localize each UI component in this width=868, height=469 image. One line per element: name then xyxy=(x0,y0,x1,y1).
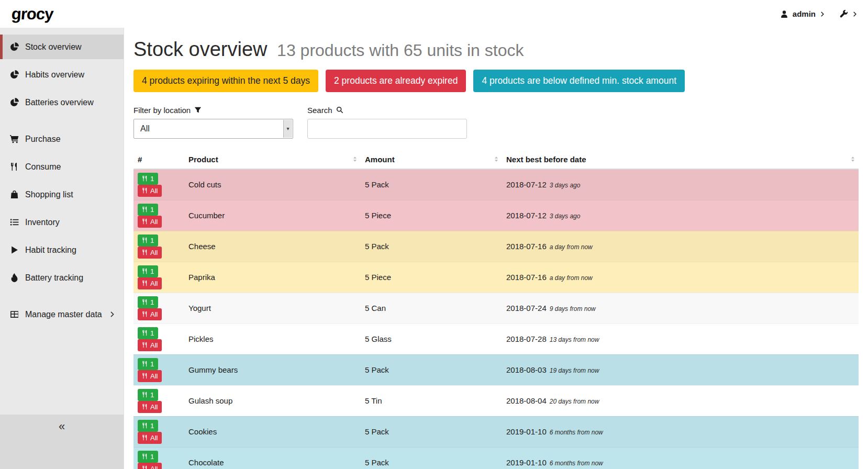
consume-all-button[interactable]: All xyxy=(138,277,162,289)
sidebar-item-consume[interactable]: Consume xyxy=(0,154,124,179)
top-navbar: grocy admin xyxy=(0,0,868,28)
consume-all-button[interactable]: All xyxy=(138,370,162,382)
utensils-icon xyxy=(142,268,148,274)
button-label: 1 xyxy=(150,175,154,182)
button-label: All xyxy=(150,187,158,194)
best-before-cell: 2018-07-123 days ago xyxy=(502,200,859,231)
utensils-icon xyxy=(142,249,148,255)
consume-one-button[interactable]: 1 xyxy=(138,234,158,247)
timespan-value: 6 months from now xyxy=(550,429,603,436)
consume-one-button[interactable]: 1 xyxy=(138,173,158,185)
search-input[interactable] xyxy=(307,119,467,139)
column-header-date[interactable]: Next best before date xyxy=(502,150,859,169)
sidebar-item-manage-master-data[interactable]: Manage master data xyxy=(0,302,124,327)
amount-cell: 5 Pack xyxy=(361,169,502,200)
consume-all-button[interactable]: All xyxy=(138,308,162,320)
consume-one-button[interactable]: 1 xyxy=(138,358,158,370)
sidebar-item-label: Habit tracking xyxy=(25,245,76,255)
user-menu[interactable]: admin xyxy=(780,9,825,18)
settings-menu[interactable] xyxy=(840,10,858,18)
button-label: 1 xyxy=(150,237,154,244)
table-row: 1AllCucumber5 Piece2018-07-123 days ago xyxy=(133,200,859,231)
page-title-text: Stock overview xyxy=(133,38,268,60)
consume-one-button[interactable]: 1 xyxy=(138,327,158,339)
sidebar-item-batteries-overview[interactable]: Batteries overview xyxy=(0,90,124,115)
location-select[interactable]: All ▾ xyxy=(133,119,293,139)
bag-icon xyxy=(10,190,19,199)
sidebar-item-label: Inventory xyxy=(25,218,60,227)
consume-one-button[interactable]: 1 xyxy=(138,389,158,401)
consume-all-button[interactable]: All xyxy=(138,339,162,351)
product-cell: Cookies xyxy=(184,416,361,447)
sidebar-collapse-button[interactable]: « xyxy=(0,415,124,469)
sidebar-item-shopping-list[interactable]: Shopping list xyxy=(0,182,124,207)
sort-icon xyxy=(351,155,359,163)
stock-table-body: 1AllCold cuts5 Pack2018-07-123 days ago1… xyxy=(133,169,859,469)
consume-one-button[interactable]: 1 xyxy=(138,420,158,432)
consume-all-button[interactable]: All xyxy=(138,247,162,259)
page-subtitle: 13 products with 65 units in stock xyxy=(277,41,524,60)
consume-all-button[interactable]: All xyxy=(138,463,162,469)
timespan-value: 13 days from now xyxy=(550,336,599,343)
product-cell: Gummy bears xyxy=(184,354,361,385)
sidebar-item-purchase[interactable]: Purchase xyxy=(0,127,124,151)
consume-all-button[interactable]: All xyxy=(138,216,162,228)
consume-all-button[interactable]: All xyxy=(138,185,162,197)
timespan-value: 6 months from now xyxy=(550,460,603,467)
status-badge-1[interactable]: 2 products are already expired xyxy=(326,70,466,92)
best-before-cell: 2018-07-249 days from now xyxy=(502,293,859,323)
page-title: Stock overview 13 products with 65 units… xyxy=(133,38,859,61)
sidebar-item-battery-tracking[interactable]: Battery tracking xyxy=(0,265,124,290)
app-logo[interactable]: grocy xyxy=(10,5,54,24)
consume-buttons-cell: 1All xyxy=(133,169,184,200)
consume-buttons-cell: 1All xyxy=(133,200,184,231)
column-header-amount[interactable]: Amount xyxy=(361,150,502,169)
consume-buttons-cell: 1All xyxy=(133,231,184,262)
column-header-product[interactable]: Product xyxy=(184,150,361,169)
amount-cell: 5 Can xyxy=(361,293,502,323)
sidebar-item-inventory[interactable]: Inventory xyxy=(0,210,124,234)
button-label: 1 xyxy=(150,392,154,398)
column-header-num: # xyxy=(133,150,184,169)
utensils-icon xyxy=(142,422,148,429)
consume-one-button[interactable]: 1 xyxy=(138,265,158,277)
sidebar-item-label: Consume xyxy=(25,162,61,172)
consume-one-button[interactable]: 1 xyxy=(138,451,158,463)
product-cell: Chocolate xyxy=(184,447,361,469)
timespan-value: 20 days from now xyxy=(550,398,599,405)
utensils-icon xyxy=(142,330,148,336)
sidebar-item-stock-overview[interactable]: Stock overview xyxy=(0,35,124,59)
timespan-value: 9 days from now xyxy=(550,305,596,312)
utensils-icon xyxy=(142,218,148,225)
sidebar-item-habit-tracking[interactable]: Habit tracking xyxy=(0,238,124,262)
consume-all-button[interactable]: All xyxy=(138,401,162,413)
selected-location: All xyxy=(140,124,150,133)
sidebar-nav: Stock overviewHabits overviewBatteries o… xyxy=(0,28,124,327)
button-label: All xyxy=(150,311,158,318)
date-value: 2018-07-24 xyxy=(506,304,547,312)
filter-icon xyxy=(194,106,202,114)
sidebar-item-habits-overview[interactable]: Habits overview xyxy=(0,62,124,87)
collapse-left-icon: « xyxy=(59,421,65,432)
status-badge-0[interactable]: 4 products expiring within the next 5 da… xyxy=(133,70,318,92)
date-value: 2018-07-12 xyxy=(506,180,547,189)
date-value: 2018-07-28 xyxy=(506,334,547,343)
amount-cell: 5 Pack xyxy=(361,447,502,469)
utensils-icon xyxy=(142,175,148,182)
consume-buttons-cell: 1All xyxy=(133,385,184,416)
select-arrow-icon: ▾ xyxy=(283,120,292,138)
sort-icon xyxy=(849,155,856,163)
button-label: All xyxy=(150,465,158,469)
button-label: 1 xyxy=(150,206,154,213)
consume-one-button[interactable]: 1 xyxy=(138,296,158,308)
consume-all-button[interactable]: All xyxy=(138,432,162,444)
timespan-value: 3 days ago xyxy=(550,213,581,220)
utensils-icon xyxy=(142,299,148,305)
pie-chart-icon xyxy=(10,98,19,107)
pie-chart-icon xyxy=(10,70,19,79)
consume-buttons-cell: 1All xyxy=(133,447,184,469)
amount-cell: 5 Piece xyxy=(361,262,502,293)
product-cell: Paprika xyxy=(184,262,361,293)
status-badge-2[interactable]: 4 products are below defined min. stock … xyxy=(473,70,685,92)
consume-one-button[interactable]: 1 xyxy=(138,204,158,216)
